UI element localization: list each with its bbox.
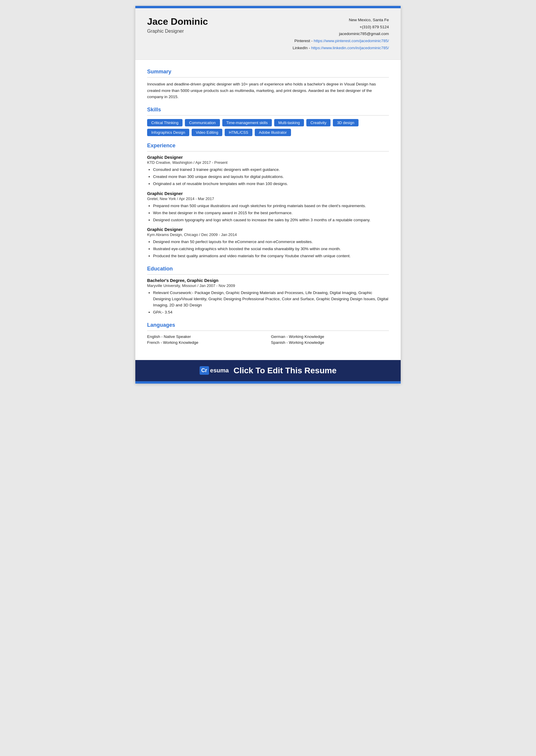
skill-badge: Infographics Design [147,129,189,136]
job-title: Graphic Designer [147,155,389,160]
header-left: Jace Dominic Graphic Designer [147,16,208,34]
bullet-item: Designed custom typography and logo whic… [153,217,389,223]
summary-divider [147,77,389,78]
job-meta: Gretel, New York / Apr 2014 - Mar 2017 [147,197,389,201]
job-title: Graphic Designer [147,191,389,196]
candidate-name: Jace Dominic [147,16,208,27]
experience-entry: Graphic DesignerKym Abrams Design, Chica… [147,227,389,259]
job-bullets: Designed more than 50 perfect layouts fo… [147,239,389,259]
phone: +(310) 879 5124 [293,23,389,31]
education-section: Education Bachelor's Degree, Graphic Des… [147,266,389,316]
resume-content: Summary Innovative and deadline-driven g… [135,60,401,357]
summary-title: Summary [147,69,389,75]
skill-badge: HTML/CSS [225,129,252,136]
job-bullets: Prepared more than 500 unique illustrati… [147,203,389,223]
language-item: French - Working Knowledge [147,340,265,345]
edu-meta: Maryville University, Missouri / Jan 200… [147,283,389,288]
bullet-item: Won the best designer in the company awa… [153,210,389,216]
linkedin-url[interactable]: https://www.linkedin.com/in/jacedominic7… [311,46,389,50]
logo-icon: Cr [200,366,209,375]
languages-grid: English - Native SpeakerGerman - Working… [147,334,389,345]
footer-logo: Cr esuma [200,366,229,375]
skills-section: Skills Critical ThinkingCommunicationTim… [147,107,389,136]
languages-divider [147,331,389,331]
bullet-item: Originated a set of reusable brochure te… [153,181,389,187]
pinterest-url[interactable]: https://www.pinterest.com/jacedominic785… [314,39,389,43]
edu-bullets: Relevant Coursework:- Package Design, Gr… [147,290,389,316]
job-title: Graphic Designer [147,227,389,232]
languages-section: Languages English - Native SpeakerGerman… [147,322,389,345]
language-item: Spanish - Working Knowledge [271,340,389,345]
edu-degree: Bachelor's Degree, Graphic Design [147,278,389,283]
bullet-item: Designed more than 50 perfect layouts fo… [153,239,389,245]
cta-text[interactable]: Click To Edit This Resume [233,366,337,375]
education-title: Education [147,266,389,272]
bullet-item: Prepared more than 500 unique illustrati… [153,203,389,209]
skill-badge: Creativity [306,119,330,126]
language-item: German - Working Knowledge [271,334,389,339]
bullet-item: GPA:- 3.54 [153,309,389,316]
location: New Mexico, Santa Fe [293,16,389,23]
bottom-bar [135,381,401,384]
languages-title: Languages [147,322,389,328]
bullet-item: Consulted and trained 3 trainee graphic … [153,167,389,173]
skill-badge: Critical Thinking [147,119,183,126]
skill-badge: Communication [185,119,220,126]
experience-entry: Graphic DesignerGretel, New York / Apr 2… [147,191,389,223]
footer-cta[interactable]: Cr esuma Click To Edit This Resume [135,360,401,381]
skills-divider [147,115,389,115]
bullet-item: Produced the best quality animations and… [153,253,389,259]
bullet-item: Illustrated eye-catching infographics wh… [153,246,389,252]
resume-header: Jace Dominic Graphic Designer New Mexico… [135,8,401,60]
skill-badge: Multi-tasking [274,119,304,126]
experience-divider [147,151,389,151]
experience-section: Experience Graphic DesignerKTD Creative,… [147,142,389,259]
education-entries: Bachelor's Degree, Graphic DesignMaryvil… [147,278,389,316]
bullet-item: Relevant Coursework:- Package Design, Gr… [153,290,389,308]
education-entry: Bachelor's Degree, Graphic DesignMaryvil… [147,278,389,316]
experience-entry: Graphic DesignerKTD Creative, Washington… [147,155,389,187]
skill-badge: 3D design [333,119,358,126]
header-right: New Mexico, Santa Fe +(310) 879 5124 jac… [293,16,389,51]
skill-badge: Adobe Illustrator [255,129,291,136]
candidate-title: Graphic Designer [147,29,208,34]
skills-title: Skills [147,107,389,113]
language-item: English - Native Speaker [147,334,265,339]
job-meta: KTD Creative, Washington / Apr 2017 - Pr… [147,160,389,165]
experience-title: Experience [147,142,389,149]
summary-section: Summary Innovative and deadline-driven g… [147,69,389,100]
top-bar [135,6,401,8]
skill-badge: Time-management skills [222,119,272,126]
experience-entries: Graphic DesignerKTD Creative, Washington… [147,155,389,259]
bullet-item: Created more than 300 unique designs and… [153,174,389,180]
job-meta: Kym Abrams Design, Chicago / Dec 2009 - … [147,233,389,237]
email: jacedominic785@gmail.com [293,30,389,37]
logo-text: esuma [210,367,229,374]
job-bullets: Consulted and trained 3 trainee graphic … [147,167,389,187]
linkedin-link[interactable]: LinkedIn - https://www.linkedin.com/in/j… [293,45,389,51]
summary-text: Innovative and deadline-driven graphic d… [147,81,389,100]
skill-badge: Video Editing [192,129,222,136]
pinterest-link[interactable]: Pinterest - https://www.pinterest.com/ja… [293,37,389,45]
skills-container: Critical ThinkingCommunicationTime-manag… [147,119,389,136]
